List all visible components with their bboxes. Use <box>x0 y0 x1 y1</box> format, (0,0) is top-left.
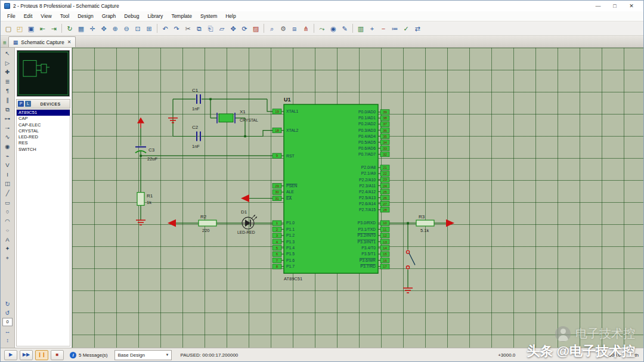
2d-text-mode-icon[interactable]: A <box>2 235 13 245</box>
close-button[interactable]: ✕ <box>623 3 640 9</box>
junction-dot-mode-icon[interactable]: ✚ <box>2 67 13 77</box>
decompose-icon[interactable]: ⋔ <box>301 23 311 34</box>
menu-item-help[interactable]: Help <box>221 12 240 20</box>
text-script-mode-icon[interactable]: ¶ <box>2 86 13 95</box>
2d-symbols-mode-icon[interactable]: ✦ <box>2 244 13 253</box>
2d-path-mode-icon[interactable]: ⌔ <box>2 225 13 235</box>
menu-item-debug[interactable]: Debug <box>120 12 143 20</box>
resistor-r1[interactable]: R1 1k <box>137 193 153 206</box>
menu-item-graph[interactable]: Graph <box>98 12 120 20</box>
undo-icon[interactable]: ↶ <box>160 23 171 34</box>
rotate-clockwise-icon[interactable]: ↻ <box>2 300 13 308</box>
device-item-crystal[interactable]: CRYSTAL <box>17 128 70 134</box>
zoom-in-icon[interactable]: ⊕ <box>110 23 120 34</box>
zoom-area-icon[interactable]: ⊞ <box>144 23 154 34</box>
menu-item-library[interactable]: Library <box>143 12 167 20</box>
device-item-cap[interactable]: CAP <box>17 116 70 122</box>
save-project-icon[interactable]: ▣ <box>26 23 36 34</box>
menu-item-design[interactable]: Design <box>73 12 97 20</box>
capacitor-c3[interactable]: C3 22uF <box>135 147 158 162</box>
terminal-p10[interactable] <box>168 219 176 227</box>
menu-item-view[interactable]: View <box>36 12 55 20</box>
menu-item-system[interactable]: System <box>196 12 221 20</box>
property-assignment-icon[interactable]: ✎ <box>339 23 350 34</box>
buses-mode-icon[interactable]: ∥ <box>2 95 13 105</box>
import-icon[interactable]: ⇤ <box>37 23 48 34</box>
minimize-button[interactable]: — <box>590 3 606 9</box>
pick-parts-icon[interactable]: ⌕ <box>267 23 277 34</box>
netlist-to-ares-icon[interactable]: ⇄ <box>412 23 423 34</box>
electrical-rule-check-icon[interactable]: ✓ <box>401 23 411 34</box>
schematic-sheet[interactable]: U1 AT89C51 19XTAL118XTAL29RST29PSEN30ALE… <box>72 48 643 348</box>
block-rotate-icon[interactable]: ⟳ <box>239 23 250 34</box>
library-button[interactable]: L <box>25 101 31 107</box>
menu-item-file[interactable]: File <box>3 12 20 20</box>
2d-markers-mode-icon[interactable]: ⌖ <box>2 253 13 263</box>
copy-icon[interactable]: ⧉ <box>194 23 205 34</box>
tab-close-icon[interactable]: ✕ <box>67 39 72 45</box>
new-sheet-icon[interactable]: + <box>367 23 377 34</box>
center-at-cursor-icon[interactable]: ✥ <box>98 23 109 34</box>
voltage-probe-mode-icon[interactable]: V <box>2 160 13 170</box>
mcu-u1[interactable]: U1 AT89C51 19XTAL118XTAL29RST29PSEN30ALE… <box>273 97 389 281</box>
wire-label-mode-icon[interactable]: ≣ <box>2 77 13 86</box>
device-item-cap-elec[interactable]: CAP-ELEC <box>17 122 70 128</box>
2d-arc-mode-icon[interactable]: ◠ <box>2 216 13 226</box>
block-copy-icon[interactable]: ▱ <box>216 23 227 34</box>
overview-minimap[interactable] <box>17 50 70 97</box>
menu-item-tool[interactable]: Tool <box>56 12 74 20</box>
mirror-y-icon[interactable]: ↕ <box>2 336 13 344</box>
resistor-r2[interactable]: R2 220 <box>199 214 216 233</box>
open-project-icon[interactable]: ◰ <box>14 23 25 34</box>
terminal-p30[interactable] <box>446 219 454 227</box>
false-origin-icon[interactable]: ✛ <box>87 23 98 34</box>
terminals-mode-icon[interactable]: ⊶ <box>2 114 13 123</box>
grid-toggle-icon[interactable]: ▦ <box>76 23 86 34</box>
generator-mode-icon[interactable]: ⌁ <box>2 151 13 161</box>
2d-box-mode-icon[interactable]: ▭ <box>2 198 13 208</box>
mirror-x-icon[interactable]: ↔ <box>2 327 13 335</box>
crystal-x1[interactable]: X1 CRYSTAL <box>217 109 258 123</box>
message-counter[interactable]: i 5 Message(s) <box>70 352 107 358</box>
2d-circle-mode-icon[interactable]: ○ <box>2 207 13 216</box>
sim-play-button[interactable]: ▶ <box>4 350 17 360</box>
device-item-switch[interactable]: SWITCH <box>17 147 70 153</box>
maximize-button[interactable]: □ <box>606 3 623 9</box>
led-d1[interactable]: D1 LED-RED <box>237 209 257 234</box>
switch-component[interactable] <box>406 250 415 269</box>
device-pins-mode-icon[interactable]: ⊸ <box>2 123 13 133</box>
pick-devices-button[interactable]: P <box>18 101 24 107</box>
new-project-icon[interactable]: ▢ <box>3 23 14 34</box>
subcircuit-mode-icon[interactable]: ⧉ <box>2 105 13 115</box>
design-selector-dropdown[interactable]: Base Design ▼ <box>114 350 172 360</box>
sim-stop-button[interactable]: ■ <box>51 350 64 360</box>
zoom-all-icon[interactable]: ⊡ <box>132 23 143 34</box>
paste-icon[interactable]: ⎗ <box>205 23 216 34</box>
selection-mode-icon[interactable]: ↖ <box>2 49 13 58</box>
menu-item-template[interactable]: Template <box>167 12 196 20</box>
tab-schematic-capture[interactable]: ▦ Schematic Capture ✕ <box>8 36 76 47</box>
resistor-r3[interactable]: R3 5.1k <box>416 214 434 233</box>
packaging-tool-icon[interactable]: ⧈ <box>289 23 300 34</box>
tape-recorder-mode-icon[interactable]: ◉ <box>2 142 13 151</box>
graph-mode-icon[interactable]: ∿ <box>2 132 13 142</box>
redo-icon[interactable]: ↷ <box>171 23 182 34</box>
menu-item-edit[interactable]: Edit <box>20 12 37 20</box>
home-icon[interactable]: ≡ <box>3 39 7 46</box>
terminal-ea[interactable] <box>241 194 249 202</box>
current-probe-mode-icon[interactable]: I <box>2 170 13 180</box>
bill-of-materials-icon[interactable]: ≔ <box>389 23 400 34</box>
capacitor-c1[interactable]: C1 1nF <box>192 88 200 112</box>
capacitor-c2[interactable]: C2 1nF <box>192 125 200 150</box>
zoom-out-icon[interactable]: ⊖ <box>121 23 132 34</box>
search-tag-icon[interactable]: ◉ <box>328 23 339 34</box>
export-icon[interactable]: ⇥ <box>48 23 59 34</box>
component-mode-icon[interactable]: ▷ <box>2 58 13 68</box>
block-delete-icon[interactable]: ▨ <box>250 23 261 34</box>
rotation-angle-field[interactable]: 0 <box>2 318 13 326</box>
design-explorer-icon[interactable]: ▥ <box>355 23 366 34</box>
device-item-at89c51[interactable]: AT89C51 <box>17 110 70 116</box>
cut-icon[interactable]: ✂ <box>182 23 193 34</box>
device-item-led-red[interactable]: LED-RED <box>17 134 70 140</box>
power-terminal[interactable] <box>137 117 144 128</box>
